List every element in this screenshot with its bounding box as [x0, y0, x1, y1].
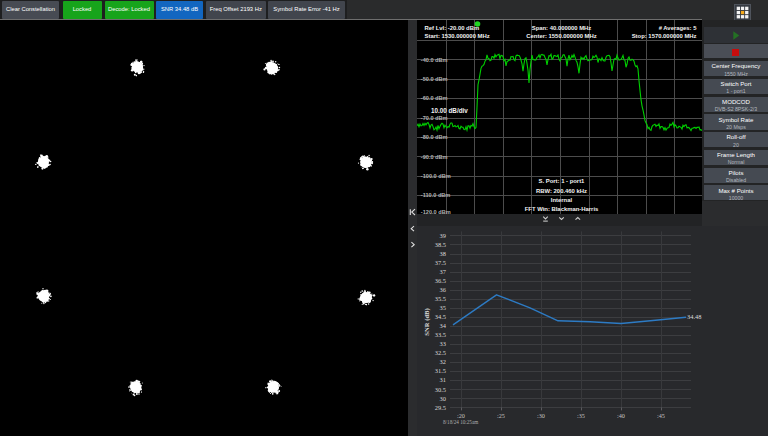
svg-text:-110.0 dBm: -110.0 dBm	[421, 192, 451, 198]
svg-text:36.5: 36.5	[435, 277, 446, 284]
svg-text:Internal: Internal	[551, 197, 573, 203]
svg-text:S. Port: 1 - port1: S. Port: 1 - port1	[539, 178, 586, 184]
svg-text:39: 39	[440, 232, 446, 239]
svg-text:31: 31	[440, 376, 446, 383]
svg-text:32.5: 32.5	[435, 349, 446, 356]
svg-text:33: 33	[440, 340, 446, 347]
svg-text:30: 30	[440, 395, 446, 402]
svg-text:33.5: 33.5	[435, 331, 446, 338]
svg-text:36: 36	[440, 286, 446, 293]
svg-text:-40.0 dBm: -40.0 dBm	[421, 57, 448, 63]
svg-text:Ref Lvl: -20.00 dBm: Ref Lvl: -20.00 dBm	[425, 25, 480, 31]
svg-text:Span: 40.000000 MHz: Span: 40.000000 MHz	[532, 25, 592, 31]
svg-text:35: 35	[440, 304, 446, 311]
svg-text:-90.0 dBm: -90.0 dBm	[421, 154, 448, 160]
svg-text:8/18/24 10:25am: 8/18/24 10:25am	[443, 419, 478, 425]
svg-text::30: :30	[537, 412, 545, 419]
svg-text:34.5: 34.5	[435, 313, 446, 320]
svg-text:SNR (dB): SNR (dB)	[423, 308, 431, 335]
svg-text:34.48: 34.48	[687, 313, 701, 320]
svg-text::45: :45	[657, 412, 665, 419]
svg-text:RBW: 200.460 kHz: RBW: 200.460 kHz	[536, 188, 587, 194]
svg-text:# Averages: 5: # Averages: 5	[659, 25, 698, 31]
svg-text:30.5: 30.5	[435, 386, 446, 393]
svg-text:-50.0 dBm: -50.0 dBm	[421, 76, 448, 82]
svg-text:37.5: 37.5	[435, 259, 446, 266]
svg-text:-80.0 dBm: -80.0 dBm	[421, 134, 448, 140]
svg-text:Stop: 1570.000000 MHz: Stop: 1570.000000 MHz	[632, 33, 697, 39]
svg-text::40: :40	[617, 412, 625, 419]
svg-text:29.5: 29.5	[435, 404, 446, 411]
svg-text:38.5: 38.5	[435, 241, 446, 248]
svg-text:-100.0 dBm: -100.0 dBm	[421, 173, 451, 179]
svg-text::35: :35	[577, 412, 585, 419]
svg-text:Start: 1530.000000 MHz: Start: 1530.000000 MHz	[425, 33, 490, 39]
svg-text:10.00 dB/div: 10.00 dB/div	[431, 107, 468, 114]
svg-text:37: 37	[440, 268, 447, 275]
svg-text:FFT Win: Blackman-Harris: FFT Win: Blackman-Harris	[525, 206, 599, 212]
svg-text:35.5: 35.5	[435, 295, 446, 302]
svg-text::25: :25	[497, 412, 505, 419]
svg-text:32: 32	[440, 358, 446, 365]
svg-text:-70.0 dBm: -70.0 dBm	[421, 115, 448, 121]
svg-text:-60.0 dBm: -60.0 dBm	[421, 95, 448, 101]
svg-text:Center: 1550.000000 MHz: Center: 1550.000000 MHz	[526, 33, 596, 39]
svg-text:38: 38	[440, 250, 446, 257]
svg-text:31.5: 31.5	[435, 367, 446, 374]
svg-text:34: 34	[440, 322, 447, 329]
